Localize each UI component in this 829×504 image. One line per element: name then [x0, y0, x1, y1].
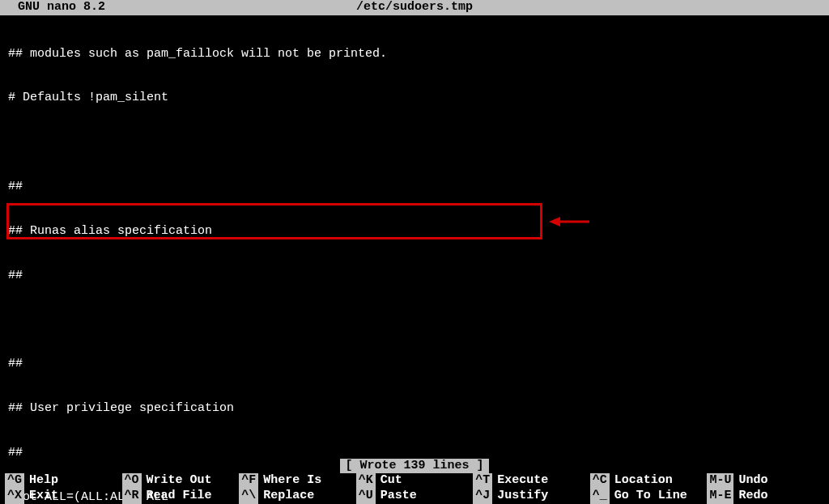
keycap: ^U [356, 489, 376, 503]
help-item[interactable]: ^FWhere Is [239, 473, 356, 489]
editor-line: ## Runas alias specification [8, 224, 824, 239]
help-item[interactable]: M-ERedo [707, 489, 824, 504]
help-item[interactable]: M-UUndo [707, 473, 824, 489]
editor-line: # Defaults !pam_silent [8, 91, 824, 105]
help-label: Write Out [147, 473, 212, 488]
help-label: Paste [380, 489, 417, 503]
editor-line [8, 135, 824, 150]
help-item[interactable]: ^XExit [5, 489, 122, 504]
help-item[interactable]: ^JJustify [473, 489, 590, 504]
help-item[interactable]: ^CLocation [590, 473, 708, 489]
keycap: ^C [590, 473, 610, 488]
keycap: M-E [707, 489, 733, 503]
keycap: ^G [5, 473, 24, 488]
help-label: Cut [380, 473, 402, 488]
editor-line: ## [8, 180, 824, 194]
help-label: Execute [497, 473, 548, 488]
help-item[interactable]: ^KCut [356, 473, 474, 489]
keycap: ^F [239, 473, 258, 488]
help-label: Where Is [263, 473, 321, 488]
help-label: Help [29, 473, 58, 488]
status-bar: [ Wrote 139 lines ] [0, 459, 829, 473]
help-label: Location [614, 473, 673, 488]
keycap: ^R [122, 489, 142, 503]
help-bar: ^GHelp ^OWrite Out ^FWhere Is ^KCut ^TEx… [5, 473, 824, 504]
help-label: Redo [738, 489, 767, 503]
editor-area[interactable]: ## modules such as pam_faillock will not… [0, 15, 829, 504]
keycap: ^_ [590, 489, 610, 503]
keycap: ^\ [239, 489, 258, 503]
help-item[interactable]: ^OWrite Out [122, 473, 240, 489]
help-label: Justify [497, 489, 548, 503]
app-name: GNU nano 8.2 [3, 0, 105, 15]
help-label: Read File [147, 489, 212, 503]
help-label: Go To Line [614, 489, 687, 503]
help-item[interactable]: ^UPaste [356, 489, 474, 504]
keycap: ^X [5, 489, 24, 503]
help-item[interactable]: ^GHelp [5, 473, 122, 489]
help-label: Exit [29, 489, 58, 503]
editor-line: ## modules such as pam_faillock will not… [8, 47, 824, 61]
help-item[interactable]: ^_Go To Line [590, 489, 708, 504]
status-message: [ Wrote 139 lines ] [340, 459, 488, 473]
keycap: ^J [473, 489, 492, 503]
editor-line: ## [8, 269, 824, 283]
keycap: M-U [707, 473, 733, 488]
editor-line [8, 313, 824, 328]
title-bar: GNU nano 8.2 /etc/sudoers.tmp [0, 0, 829, 15]
keycap: ^O [122, 473, 142, 488]
file-name: /etc/sudoers.tmp [356, 0, 473, 15]
help-label: Replace [263, 489, 314, 503]
editor-line: ## User privilege specification [8, 401, 824, 416]
keycap: ^T [473, 473, 492, 488]
help-item[interactable]: ^\Replace [239, 489, 356, 504]
help-label: Undo [738, 473, 767, 488]
editor-line: ## [8, 357, 824, 371]
help-item[interactable]: ^TExecute [473, 473, 590, 489]
help-item[interactable]: ^RRead File [122, 489, 240, 504]
keycap: ^K [356, 473, 376, 488]
